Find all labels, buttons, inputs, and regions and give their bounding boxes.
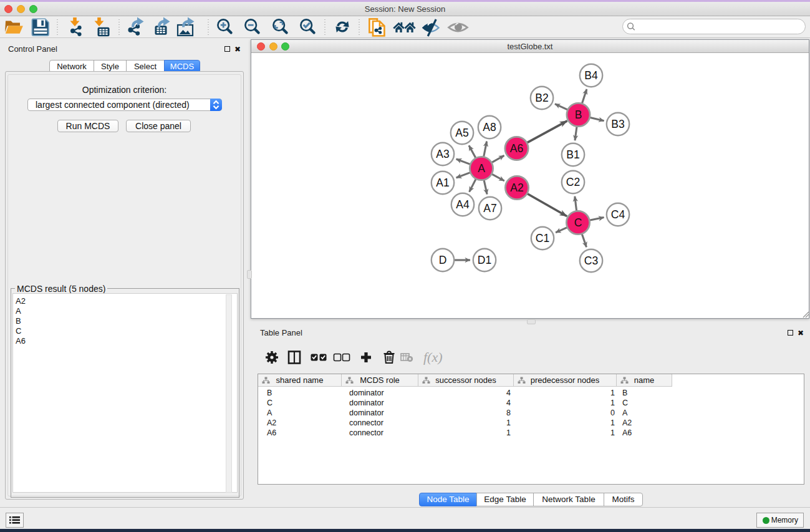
svg-text:C: C <box>574 216 582 229</box>
svg-text:C4: C4 <box>611 208 625 221</box>
svg-text:A2: A2 <box>510 181 523 194</box>
svg-text:C2: C2 <box>566 176 580 188</box>
svg-text:B3: B3 <box>611 118 624 130</box>
svg-text:f(x): f(x) <box>423 349 443 365</box>
svg-text:B: B <box>575 109 582 121</box>
svg-text:A8: A8 <box>483 121 496 133</box>
svg-text:C1: C1 <box>536 232 549 244</box>
svg-text:B2: B2 <box>535 92 548 104</box>
svg-text:A3: A3 <box>436 148 449 160</box>
svg-text:A6: A6 <box>510 142 523 155</box>
svg-text:D1: D1 <box>478 254 491 266</box>
svg-text:A7: A7 <box>483 202 496 215</box>
svg-text:A: A <box>478 162 485 175</box>
svg-text:A4: A4 <box>456 198 470 211</box>
svg-text:B1: B1 <box>566 148 579 161</box>
svg-text:B4: B4 <box>584 69 598 82</box>
svg-text:A5: A5 <box>455 127 468 139</box>
svg-text:A1: A1 <box>436 177 449 189</box>
svg-text:D: D <box>439 254 447 266</box>
svg-text:C3: C3 <box>584 254 598 267</box>
